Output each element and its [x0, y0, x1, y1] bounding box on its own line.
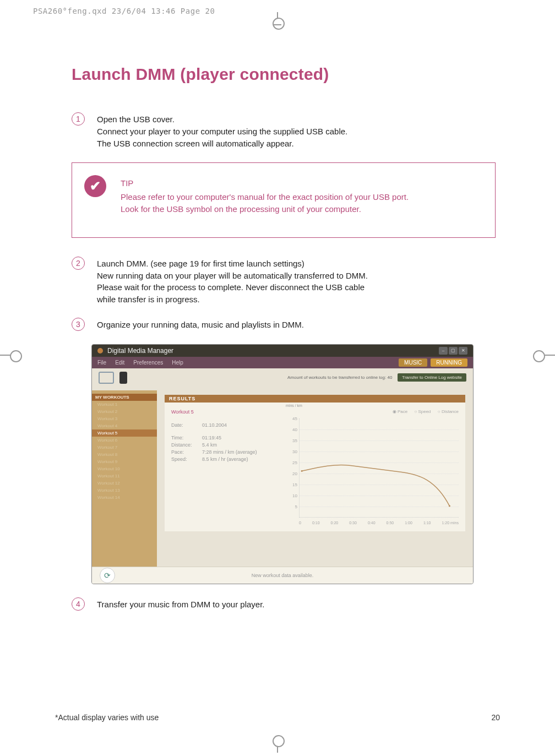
step-3: 3 Organize your running data, music and …: [72, 319, 496, 331]
tab-running[interactable]: RUNNING: [431, 358, 467, 367]
pace-chart: 45 40 35 30 25 20 15 10 5: [299, 418, 459, 518]
svg-point-0: [301, 470, 303, 472]
transfer-button[interactable]: Transfer to Online Log website: [398, 373, 466, 382]
step-1: 1 Open the USB cover. Connect your playe…: [72, 113, 496, 149]
footer-note: *Actual display varies with use: [55, 713, 159, 722]
tip-box: ✔ TIP Please refer to your computer's ma…: [72, 162, 496, 238]
results-header: RESULTS: [165, 395, 465, 403]
chart-ylabel: mins / km: [286, 404, 302, 407]
sidebar-item[interactable]: Workout 7: [92, 444, 157, 451]
workout-details: Workout 5 Date:01.10.2004 Time:01:19:45 …: [171, 409, 281, 525]
sidebar-item[interactable]: Workout 2: [92, 408, 157, 415]
workout-sidebar: MY WORKOUTS Workout 1 Workout 2 Workout …: [92, 390, 157, 567]
workout-name: Workout 5: [171, 409, 281, 415]
minimize-icon[interactable]: –: [439, 347, 448, 355]
step-2: 2 Launch DMM. (see page 19 for first tim…: [72, 258, 496, 306]
player-icon: [119, 372, 127, 384]
sidebar-item[interactable]: Workout 1: [92, 401, 157, 408]
sidebar-item[interactable]: Workout 10: [92, 465, 157, 472]
crop-mark-bottom: [273, 735, 282, 753]
print-header: PSA260°feng.qxd 23/6/04 13:46 Page 20: [33, 7, 215, 15]
sidebar-item[interactable]: Workout 3: [92, 415, 157, 422]
sidebar-item[interactable]: Workout 11: [92, 472, 157, 480]
dmm-menubar: File Edit Preferences Help MUSIC RUNNING: [92, 357, 473, 368]
chart-line: [300, 418, 459, 517]
sidebar-item[interactable]: Workout 14: [92, 494, 157, 501]
sync-button[interactable]: ⟳: [100, 568, 115, 583]
radio-distance[interactable]: ○ Distance: [438, 409, 459, 414]
dmm-titlebar: Digital Media Manager – ▢ ✕: [92, 345, 473, 357]
chart-radio-group: ◉ Pace ○ Speed ○ Distance: [288, 409, 459, 414]
sidebar-item[interactable]: Workout 8: [92, 451, 157, 458]
page-title: Launch DMM (player connected): [72, 65, 496, 84]
sync-icon: ⟳: [104, 571, 111, 580]
dmm-screenshot: Digital Media Manager – ▢ ✕ File Edit Pr…: [91, 344, 474, 584]
menu-help[interactable]: Help: [172, 360, 183, 366]
radio-pace[interactable]: ◉ Pace: [393, 409, 407, 414]
svg-point-1: [449, 505, 450, 507]
crop-mark-left: [0, 350, 22, 361]
sidebar-item[interactable]: Workout 6: [92, 437, 157, 444]
dmm-footer: ⟳ New workout data available.: [92, 567, 473, 584]
footer-status: New workout data available.: [252, 573, 314, 578]
step-2-number: 2: [72, 257, 85, 270]
page-number: 20: [491, 713, 500, 722]
menu-file[interactable]: File: [97, 360, 106, 366]
step-4-text: Transfer your music from DMM to your pla…: [97, 599, 265, 611]
crop-mark-right: [533, 350, 555, 361]
step-2-text: Launch DMM. (see page 19 for first time …: [97, 258, 368, 306]
sidebar-item[interactable]: Workout 12: [92, 480, 157, 487]
app-icon: [97, 348, 103, 353]
menu-edit[interactable]: Edit: [115, 360, 124, 366]
maximize-icon[interactable]: ▢: [449, 347, 458, 355]
window-title: Digital Media Manager: [107, 347, 173, 355]
computer-icon: [99, 372, 114, 384]
sidebar-item-selected[interactable]: Workout 5: [92, 429, 157, 437]
chart-xaxis: 0 0:10 0:20 0:30 0:40 0:50 1:00 1:10 1:2…: [299, 521, 459, 525]
tip-label: TIP: [121, 178, 409, 188]
step-1-number: 1: [72, 112, 85, 126]
sidebar-item[interactable]: Workout 4: [92, 422, 157, 429]
crop-mark-top: [273, 12, 282, 30]
step-3-text: Organize your running data, music and pl…: [97, 319, 304, 331]
step-4-number: 4: [72, 597, 85, 611]
tip-text: Please refer to your computer's manual f…: [121, 191, 409, 215]
step-4: 4 Transfer your music from DMM to your p…: [72, 599, 496, 611]
transfer-info: Amount of workouts to be transferred to …: [287, 375, 392, 380]
step-3-number: 3: [72, 318, 85, 331]
sidebar-item[interactable]: Workout 9: [92, 458, 157, 465]
sidebar-item[interactable]: Workout 13: [92, 487, 157, 494]
sidebar-header: MY WORKOUTS: [92, 394, 157, 401]
radio-speed[interactable]: ○ Speed: [414, 409, 431, 414]
step-1-text: Open the USB cover. Connect your player …: [97, 113, 347, 149]
check-icon: ✔: [84, 175, 106, 197]
close-icon[interactable]: ✕: [459, 347, 467, 355]
menu-preferences[interactable]: Preferences: [133, 360, 163, 366]
tab-music[interactable]: MUSIC: [399, 358, 427, 367]
